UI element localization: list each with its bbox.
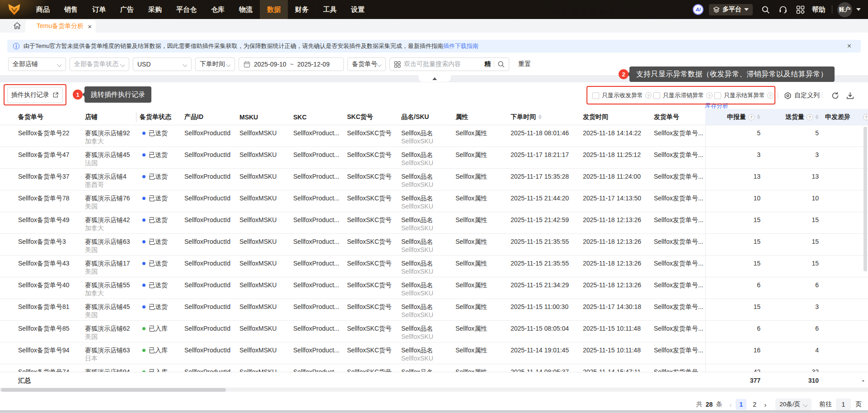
cell-delivered: 13: [764, 169, 822, 190]
cell-delivered: 15: [764, 212, 822, 233]
cell-skc-no: SellfoxSKC货号: [347, 212, 401, 233]
vertical-scrollbar-thumb[interactable]: [863, 127, 867, 271]
status-dot: [142, 132, 145, 135]
time-type-select[interactable]: 下单时间: [195, 57, 235, 71]
cell-ship-time: 2025-11-18 12:13:26: [583, 234, 654, 255]
sort-icon[interactable]: [538, 114, 542, 119]
cell-shop: 赛狐演示店铺4墨西哥: [85, 169, 140, 190]
sellfox-logo-icon[interactable]: [8, 4, 20, 15]
search-icon[interactable]: [761, 5, 770, 14]
nav-item-订单[interactable]: 订单: [85, 0, 113, 19]
reset-button[interactable]: 重置: [518, 60, 531, 68]
search-field-value: 备货单号: [352, 60, 377, 68]
horizontal-scrollbar[interactable]: [0, 388, 868, 392]
nav-divider: [832, 5, 832, 14]
table-header: 备货单号店铺备货单状态产品IDMSKUSKCSKC货号品名/SKU属性下单时间发…: [0, 109, 868, 125]
column-header-9: 属性: [455, 109, 511, 125]
cell-status: 已送货: [140, 169, 184, 190]
date-range-picker[interactable]: 2025-09-10 ~ 2025-12-09: [239, 57, 344, 71]
page-size-select[interactable]: 20条/页: [775, 399, 812, 410]
cell-attr: Sellfox属性: [455, 147, 511, 168]
cell-diff: [822, 212, 868, 233]
cell-name-sku: Sellfox品名SellfoxSKU: [401, 277, 455, 299]
apps-grid-icon[interactable]: [796, 5, 805, 14]
sort-icon[interactable]: [815, 114, 819, 119]
page-button-1[interactable]: 1: [736, 399, 746, 410]
account-chevron-icon[interactable]: [856, 8, 861, 11]
currency-select[interactable]: USD: [133, 57, 192, 71]
nav-item-工具[interactable]: 工具: [316, 0, 344, 19]
info-icon: i: [13, 43, 19, 49]
cell-msku: SellfoxMSKU: [239, 234, 293, 255]
shop-select[interactable]: 全部店铺: [8, 57, 66, 71]
home-tab-button[interactable]: [13, 21, 22, 30]
search-field-select[interactable]: 备货单号: [347, 57, 386, 71]
cell-declared: 6: [705, 321, 764, 342]
nav-item-物流[interactable]: 物流: [232, 0, 260, 19]
support-headset-icon[interactable]: [779, 5, 788, 14]
search-icon[interactable]: [497, 61, 505, 68]
cell-order-time: 2025-11-18 08:01:46: [511, 125, 583, 147]
ai-assistant-button[interactable]: AI: [693, 4, 704, 15]
cell-shop: 赛狐演示店铺92加拿大: [85, 125, 140, 147]
cell-name-sku: Sellfox品名SellfoxSKU: [401, 190, 455, 212]
account-avatar[interactable]: 账户: [837, 2, 852, 17]
nav-item-数据[interactable]: 数据: [260, 0, 288, 19]
cell-product-id: SellfoxProductId: [184, 364, 239, 372]
cell-msku: SellfoxMSKU: [239, 342, 293, 364]
table-row: Sellfox备货单号43赛狐演示店铺17美国已送货SellfoxProduct…: [0, 256, 868, 277]
order-status-select[interactable]: 全部备货单状态: [70, 57, 129, 71]
cell-skc-no: SellfoxSKC货号: [347, 364, 401, 372]
column-header-10[interactable]: 下单时间: [511, 109, 583, 125]
summary-declared-total: 377: [705, 372, 764, 388]
column-header-13[interactable]: 申报量?: [705, 109, 764, 125]
goto-page-input[interactable]: 1: [836, 399, 851, 410]
summary-row: 汇总 377 310 -: [0, 372, 868, 388]
next-page-button[interactable]: ›: [764, 401, 766, 408]
help-link[interactable]: 帮助: [812, 5, 826, 14]
cell-msku: SellfoxMSKU: [239, 212, 293, 233]
plugin-guide-link[interactable]: 插件下载指南: [443, 42, 479, 50]
page-button-2[interactable]: 2: [749, 399, 760, 410]
nav-item-采购[interactable]: 采购: [141, 0, 169, 19]
banner-close-icon[interactable]: ×: [847, 43, 855, 50]
nav-item-设置[interactable]: 设置: [344, 0, 372, 19]
exact-match-toggle[interactable]: 精: [484, 60, 491, 68]
refresh-button[interactable]: [831, 92, 839, 100]
column-header-4: 产品ID: [184, 109, 239, 125]
tab-bar: [0, 19, 868, 33]
horizontal-scrollbar-thumb[interactable]: [1, 388, 226, 392]
nav-item-财务[interactable]: 财务: [288, 0, 316, 19]
tab-temu-analysis[interactable]: Temu备货单分析 ×: [25, 20, 96, 33]
cell-skc-no: SellfoxSKC货号: [347, 169, 401, 190]
sort-icon[interactable]: [757, 114, 760, 119]
cell-skc: SellfoxProduct...: [293, 169, 347, 190]
cell-diff: [822, 147, 868, 168]
cell-status: 已送货: [140, 234, 184, 255]
cell-msku: SellfoxMSKU: [239, 364, 293, 372]
column-header-14[interactable]: 送货量?: [764, 109, 822, 125]
cell-order-time: 2025-11-17 18:21:17: [511, 147, 583, 168]
cell-ship-no: Sellfox发货单号...: [654, 321, 705, 342]
date-separator: ~: [290, 61, 294, 68]
date-end-value[interactable]: 2025-12-09: [297, 61, 330, 68]
download-button[interactable]: [846, 92, 854, 100]
nav-item-销售[interactable]: 销售: [57, 0, 85, 19]
date-start-value[interactable]: 2025-09-10: [254, 61, 286, 68]
platform-switcher[interactable]: 多平台: [709, 4, 753, 15]
nav-item-仓库[interactable]: 仓库: [204, 0, 232, 19]
filter-bar: 全部店铺 全部备货单状态 USD 下单时间 2025-09-10 ~ 2025-…: [8, 57, 531, 71]
annotation-tooltip-2: 支持只显示异常数据（收发异常、滞销异常以及结算异常）: [629, 66, 835, 82]
tab-close-icon[interactable]: ×: [88, 23, 92, 30]
calendar-icon: [244, 61, 250, 68]
nav-item-平台仓[interactable]: 平台仓: [169, 0, 204, 19]
collapse-filters-handle[interactable]: [418, 75, 451, 82]
nav-item-广告[interactable]: 广告: [113, 0, 141, 19]
chevron-down-icon: [121, 62, 125, 66]
nav-item-商品[interactable]: 商品: [29, 0, 57, 19]
cell-order-no: Sellfox备货单号22: [0, 125, 85, 147]
batch-search-input[interactable]: 双击可批量搜索内容 精: [389, 57, 509, 71]
customize-columns-button[interactable]: 自定义列: [784, 91, 820, 100]
question-circle-icon: ?: [863, 114, 868, 120]
prev-page-button[interactable]: ‹: [729, 401, 732, 408]
